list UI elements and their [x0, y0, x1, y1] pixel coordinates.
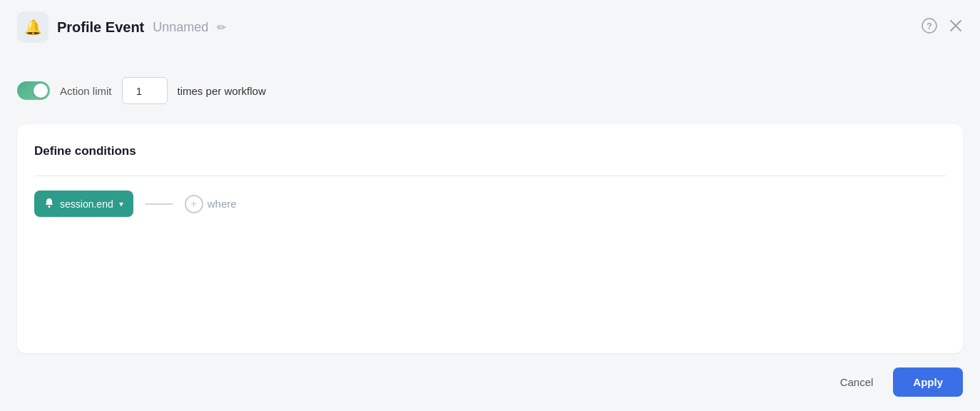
- close-icon[interactable]: [949, 19, 963, 36]
- event-badge[interactable]: session.end ▾: [34, 191, 133, 217]
- action-limit-suffix: times per workflow: [178, 85, 266, 97]
- add-condition-circle-icon: +: [185, 195, 203, 213]
- conditions-divider: [34, 176, 946, 176]
- event-badge-bell-icon: [44, 198, 54, 210]
- edit-icon[interactable]: ✏: [217, 21, 226, 34]
- modal-header: 🔔 Profile Event Unnamed ✏ ?: [0, 0, 980, 54]
- action-limit-toggle[interactable]: [17, 81, 50, 100]
- conditions-row: session.end ▾ + where: [34, 191, 946, 217]
- conditions-title: Define conditions: [34, 144, 946, 158]
- cancel-button[interactable]: Cancel: [829, 369, 885, 395]
- modal-body: Action limit times per workflow Define c…: [0, 54, 980, 353]
- action-limit-label: Action limit: [60, 85, 112, 97]
- svg-point-4: [49, 206, 51, 208]
- conditions-card: Define conditions session.end ▾ +: [17, 124, 963, 353]
- chevron-down-icon: ▾: [119, 199, 123, 209]
- toggle-thumb: [34, 83, 48, 98]
- add-where-button[interactable]: + where: [185, 195, 237, 213]
- header-right: ?: [922, 18, 963, 37]
- help-icon[interactable]: ?: [922, 18, 937, 37]
- event-badge-label: session.end: [60, 198, 113, 210]
- header-icon-wrapper: 🔔: [17, 11, 49, 43]
- action-limit-input[interactable]: [122, 77, 168, 104]
- svg-text:?: ?: [927, 21, 932, 31]
- add-where-label: where: [208, 198, 237, 210]
- header-subtitle: Unnamed: [153, 20, 208, 35]
- action-limit-row: Action limit times per workflow: [17, 71, 963, 110]
- bell-icon: 🔔: [24, 19, 42, 36]
- connector-line: [145, 203, 173, 205]
- modal: 🔔 Profile Event Unnamed ✏ ?: [0, 0, 980, 411]
- header-title: Profile Event: [57, 19, 144, 36]
- apply-button[interactable]: Apply: [893, 367, 963, 397]
- modal-footer: Cancel Apply: [0, 353, 980, 411]
